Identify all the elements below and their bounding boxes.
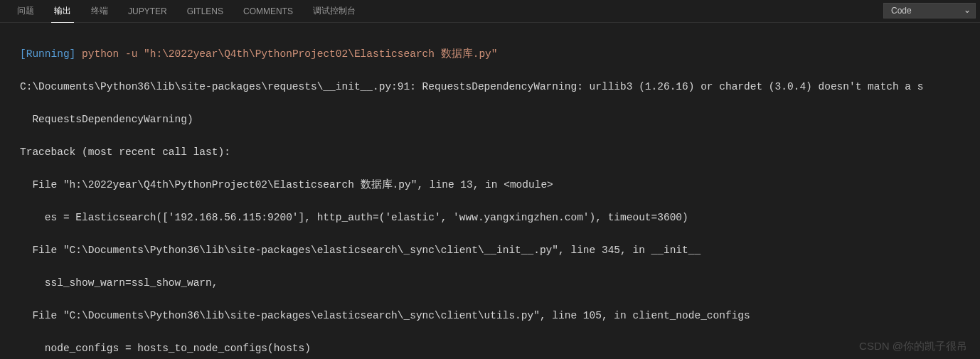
tab-output[interactable]: 输出 [44, 0, 81, 22]
tab-problems[interactable]: 问题 [7, 0, 44, 22]
output-line: File "C:\Documents\Python36\lib\site-pac… [20, 242, 960, 259]
tab-terminal[interactable]: 终端 [81, 0, 118, 22]
tab-gitlens[interactable]: GITLENS [177, 1, 233, 21]
output-line: ssl_show_warn=ssl_show_warn, [20, 275, 960, 291]
output-line: C:\Documents\Python36\lib\site-packages\… [20, 79, 960, 95]
panel-tabs: 问题 输出 终端 JUPYTER GITLENS COMMENTS 调试控制台 … [0, 0, 980, 23]
output-line: File "C:\Documents\Python36\lib\site-pac… [20, 308, 960, 324]
running-label: [Running] [20, 48, 75, 60]
output-line: node_configs = hosts_to_node_configs(hos… [20, 341, 960, 357]
output-line: Traceback (most recent call last): [20, 144, 960, 161]
output-source-dropdown[interactable]: Code [883, 3, 976, 18]
output-line: File "h:\2022year\Q4th\PythonProject02\E… [20, 177, 960, 193]
output-panel[interactable]: [Running] python -u "h:\2022year\Q4th\Py… [0, 23, 980, 359]
watermark: CSDN @你的凯子很吊 [859, 340, 967, 353]
tab-debug-console[interactable]: 调试控制台 [303, 0, 366, 22]
tab-jupyter[interactable]: JUPYTER [118, 1, 177, 21]
output-line: es = Elasticsearch(['192.168.56.115:9200… [20, 210, 960, 226]
output-line: RequestsDependencyWarning) [20, 112, 960, 128]
running-command: python -u "h:\2022year\Q4th\PythonProjec… [75, 48, 497, 60]
tab-comments[interactable]: COMMENTS [233, 1, 303, 21]
